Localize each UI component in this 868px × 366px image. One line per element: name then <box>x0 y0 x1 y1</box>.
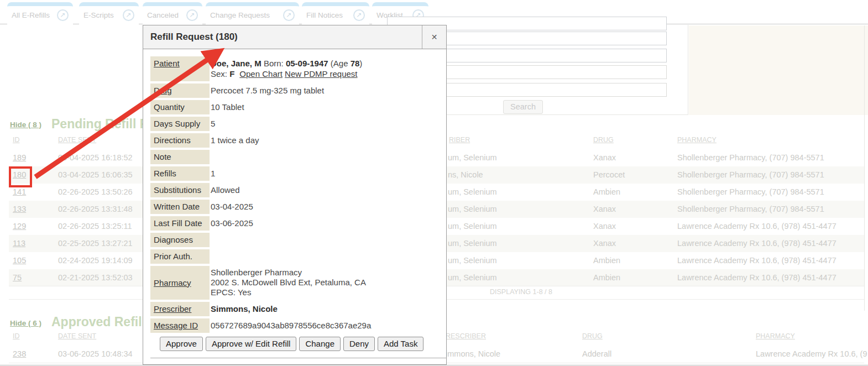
approved-col-drug[interactable]: DRUG <box>582 332 603 340</box>
patient-line-2: Sex: FOpen Chart New PDMP request <box>211 69 443 79</box>
prior-auth-label: Prior Auth. <box>150 249 210 264</box>
approved-col-date-sent[interactable]: DATE SENT <box>58 332 96 340</box>
refill-id-link[interactable]: 238 <box>13 346 26 363</box>
pharmacy-cell: Shollenberger Pharmacy, (707) 984-5571 <box>677 184 824 201</box>
field-row-directions: Directions 1 twice a day <box>150 133 446 148</box>
approved-col-id[interactable]: ID <box>13 332 20 340</box>
patient-label-link[interactable]: Patient <box>150 56 210 81</box>
drug-cell: Xanax <box>593 201 616 218</box>
pending-col-id[interactable]: ID <box>13 136 20 144</box>
pending-col-pharmacy[interactable]: PHARMACY <box>677 136 717 144</box>
highlight-box-id-180 <box>9 166 32 187</box>
dialog-footer <box>150 358 446 366</box>
open-report-icon[interactable]: ↗ <box>57 9 69 21</box>
approve-button[interactable]: Approve <box>160 337 203 351</box>
tab-all-e-refills[interactable]: All E-Refills ↗ <box>7 2 73 24</box>
field-row-pharmacy: Pharmacy Shollenberger Pharmacy 2002 S. … <box>150 266 446 300</box>
field-row-last-fill-date: Last Fill Date 03-06-2025 <box>150 216 446 231</box>
prescriber-cell: um, Selenium <box>448 252 497 269</box>
drug-cell: Xanax <box>593 235 616 252</box>
pending-col-prescriber[interactable]: RIBER <box>449 136 470 144</box>
prescriber-cell: um, Selenium <box>448 184 497 201</box>
note-value <box>210 150 446 164</box>
drug-cell: Ambien <box>593 184 620 201</box>
approve-with-edit-refill-button[interactable]: Approve w/ Edit Refill <box>206 337 297 351</box>
refill-id-link[interactable]: 133 <box>13 201 26 218</box>
pharmacy-cell: Lawrence Academy Rx 10.6, (978) 451-4477 <box>677 218 836 235</box>
add-task-button[interactable]: Add Task <box>378 337 423 351</box>
days-supply-label: Days Supply <box>150 117 210 131</box>
open-report-icon[interactable]: ↗ <box>353 9 365 21</box>
pharmacy-cell: Shollenberger Pharmacy, (707) 984-5571 <box>677 166 824 184</box>
pending-col-date-sent[interactable]: DATE SENT <box>58 136 96 144</box>
open-report-icon[interactable]: ↗ <box>186 9 198 21</box>
refill-id-link[interactable]: 189 <box>13 149 26 166</box>
pharmacy-cell: Lawrence Academy Rx 10.6, (978) 451-4477 <box>677 235 836 252</box>
pharmacy-cell: Shollenberger Pharmacy, (707) 984-5571 <box>677 149 824 166</box>
pharmacy-cell: Lawrence Academy Rx 10.6, (9 <box>756 346 867 363</box>
refill-id-link[interactable]: 129 <box>13 218 26 235</box>
new-pdmp-request-link[interactable]: New PDMP request <box>285 69 357 79</box>
written-date-value: 03-04-2025 <box>210 200 446 214</box>
substitutions-label: Substitutions <box>150 183 210 197</box>
days-supply-value: 5 <box>210 117 446 131</box>
substitutions-value: Allowed <box>210 183 446 197</box>
tab-change-requests[interactable]: Change Requests ↗ <box>206 2 299 24</box>
directions-value: 1 twice a day <box>210 133 446 148</box>
search-button[interactable]: Search <box>503 100 543 114</box>
refill-id-link[interactable]: 113 <box>13 235 25 252</box>
field-row-days-supply: Days Supply 5 <box>150 117 446 131</box>
approved-col-prescriber[interactable]: RESCRIBER <box>446 332 486 340</box>
prescriber-cell: ns, Nicole <box>448 166 483 184</box>
open-chart-link[interactable]: Open Chart <box>239 69 283 79</box>
date-sent-cell: 03-04-2025 16:18:52 <box>58 149 133 166</box>
prescriber-value: Simmons, Nicole <box>210 302 446 316</box>
approved-section-title: Approved Refill <box>51 315 145 330</box>
tab-label: Fill Notices <box>306 11 343 19</box>
date-sent-cell: 02-26-2025 13:31:48 <box>58 201 133 218</box>
drug-cell: Xanax <box>593 149 616 166</box>
pharmacy-value: Shollenberger Pharmacy 2002 S. McDowell … <box>210 266 446 300</box>
refill-id-link[interactable]: 105 <box>13 252 26 269</box>
refill-request-dialog: Refill Request (180) ✕ Patient Doe, Jane… <box>143 25 447 365</box>
date-sent-cell: 02-21-2025 13:52:03 <box>58 269 133 286</box>
last-fill-date-label: Last Fill Date <box>150 216 210 231</box>
tab-canceled[interactable]: Canceled ↗ <box>143 2 202 24</box>
tab-e-scripts[interactable]: E-Scripts ↗ <box>79 2 139 24</box>
date-sent-cell: 02-26-2025 13:50:26 <box>58 184 133 201</box>
approved-hide-link[interactable]: Hide ( 6 ) <box>10 319 41 327</box>
dialog-header: Refill Request (180) ✕ <box>143 25 446 49</box>
note-label: Note <box>150 150 210 164</box>
close-icon[interactable]: ✕ <box>422 25 446 49</box>
pharmacy-address: 2002 S. McDowell Blvd Ext, Petaluma, CA <box>211 278 443 287</box>
prescriber-cell: um, Selenium <box>448 269 497 286</box>
approved-col-pharmacy[interactable]: PHARMACY <box>756 332 795 340</box>
page-background-panel <box>689 25 868 115</box>
written-date-label: Written Date <box>150 200 210 214</box>
drug-label-link[interactable]: Drug <box>150 83 210 98</box>
change-button[interactable]: Change <box>299 337 341 351</box>
deny-button[interactable]: Deny <box>343 337 375 351</box>
refills-label: Refills <box>150 166 210 181</box>
pending-hide-link[interactable]: Hide ( 8 ) <box>10 121 41 129</box>
pending-col-drug[interactable]: DRUG <box>593 136 614 144</box>
drug-cell: Xanax <box>593 218 616 235</box>
field-row-refills: Refills 1 <box>150 166 446 181</box>
open-report-icon[interactable]: ↗ <box>283 9 295 21</box>
patient-value: Doe, Jane, M Born: 05-09-1947 (Age 78) S… <box>210 56 446 81</box>
message-id-label-link[interactable]: Message ID <box>150 318 210 333</box>
prescriber-label-link[interactable]: Prescriber <box>150 302 210 316</box>
tab-fill-notices[interactable]: Fill Notices ↗ <box>302 2 369 24</box>
refill-id-link[interactable]: 75 <box>13 269 22 286</box>
pharmacy-cell: Lawrence Academy Rx 10.6, (978) 451-4477 <box>677 269 836 286</box>
tab-label: Canceled <box>147 11 179 19</box>
refills-value: 1 <box>210 166 446 181</box>
pharmacy-label-link[interactable]: Pharmacy <box>150 266 210 300</box>
last-fill-date-value: 03-06-2025 <box>210 216 446 231</box>
prescriber-cell: um, Selenium <box>448 235 497 252</box>
open-report-icon[interactable]: ↗ <box>123 9 134 21</box>
drug-cell: Adderall <box>582 346 611 363</box>
dialog-body: Patient Doe, Jane, M Born: 05-09-1947 (A… <box>143 49 446 366</box>
tab-label: Change Requests <box>210 11 270 19</box>
drug-value: Percocet 7.5 mg-325 mg tablet <box>210 83 446 98</box>
